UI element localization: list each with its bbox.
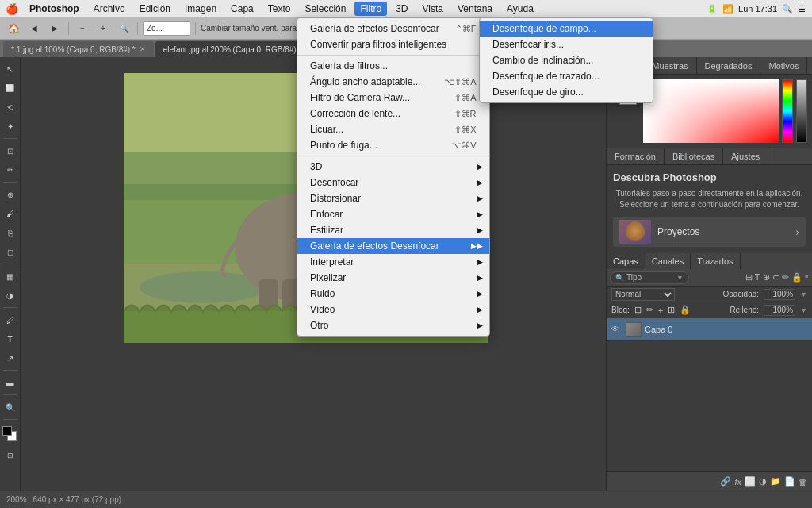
menu-video[interactable]: Vídeo: [297, 302, 489, 318]
tab-2[interactable]: elefant.jpg al 200% (Capa 0, RGB/8#) * ✕: [155, 41, 320, 57]
layers-icon2[interactable]: T: [755, 272, 760, 283]
submenu-giro[interactable]: Desenfoque de giro...: [480, 84, 653, 100]
lock-transparent-icon[interactable]: ⊡: [634, 305, 642, 315]
tab-ajustes[interactable]: Ajustes: [723, 148, 768, 164]
layers-icon6[interactable]: 🔒: [791, 272, 802, 283]
tool-zoom[interactable]: 🔍: [2, 398, 19, 416]
tool-brush[interactable]: 🖌: [2, 205, 19, 222]
blend-mode-select[interactable]: Normal: [611, 288, 675, 301]
menu-estilizar[interactable]: Estilizar: [297, 222, 489, 238]
tool-crop[interactable]: ⊡: [2, 142, 19, 160]
layers-dot-icon[interactable]: ●: [805, 272, 809, 283]
delete-layer-icon[interactable]: 🗑: [799, 477, 807, 487]
submenu-iris[interactable]: Desenfocar iris...: [480, 37, 653, 52]
menu-ruido[interactable]: Ruido: [297, 286, 489, 302]
menu-pixelizar[interactable]: Pixelizar: [297, 270, 489, 286]
menu-distorsionar[interactable]: Distorsionar: [297, 190, 489, 206]
menu-otro[interactable]: Otro: [297, 318, 489, 333]
menu-vista[interactable]: Vista: [416, 2, 448, 16]
menu-galeria-efectos[interactable]: Galería de efectos Desenfocar ⌃⌘F: [297, 21, 489, 37]
menu-interpretar[interactable]: Interpretar: [297, 254, 489, 270]
layers-icon3[interactable]: ⊕: [763, 272, 770, 283]
menu-convertir[interactable]: Convertir para filtros inteligentes: [297, 37, 489, 52]
link-layers-icon[interactable]: 🔗: [720, 476, 731, 487]
tab-1-close[interactable]: ✕: [140, 45, 146, 53]
home-icon[interactable]: 🏠: [5, 20, 22, 37]
opacity-dropdown-icon[interactable]: ▼: [800, 291, 807, 298]
menu-licuar[interactable]: Licuar... ⇧⌘X: [297, 121, 489, 137]
tool-lasso[interactable]: ⟲: [2, 98, 19, 116]
layers-icon4[interactable]: ⊂: [772, 272, 779, 283]
menu-3d[interactable]: 3D: [390, 2, 413, 16]
tool-pen[interactable]: 🖊: [2, 311, 19, 329]
menu-desenfocar[interactable]: Desenfocar: [297, 175, 489, 190]
tab-bibliotecas[interactable]: Bibliotecas: [665, 148, 723, 164]
color-fg-bg-swatches[interactable]: [2, 426, 18, 442]
submenu-campo[interactable]: Desenfoque de campo...: [480, 21, 653, 37]
tab-canales[interactable]: Canales: [645, 253, 691, 269]
zoom-out-icon[interactable]: −: [74, 20, 91, 37]
tool-eraser[interactable]: ◻: [2, 243, 19, 260]
layer-row-0[interactable]: 👁 Capa 0: [607, 318, 812, 341]
tool-text[interactable]: T: [2, 330, 19, 348]
add-mask-icon[interactable]: ⬜: [745, 476, 756, 487]
menu-galeria-desenfocar[interactable]: Galería de efectos Desenfocar ▶: [297, 238, 489, 254]
project-arrow-icon[interactable]: ›: [795, 225, 799, 238]
menu-filtro[interactable]: Filtro: [354, 2, 387, 16]
tool-clone[interactable]: ⎘: [2, 224, 19, 241]
tab-trazados[interactable]: Trazados: [691, 253, 740, 269]
tab-degradados[interactable]: Degradados: [697, 57, 761, 74]
tool-eyedropper[interactable]: ✏: [2, 161, 19, 179]
relleno-dropdown-icon[interactable]: ▼: [800, 306, 807, 314]
tool-path-select[interactable]: ↗: [2, 349, 19, 367]
tool-move[interactable]: ↖: [2, 60, 19, 78]
brightness-strip[interactable]: [796, 79, 807, 143]
menu-capa[interactable]: Capa: [225, 2, 259, 16]
tab-capas[interactable]: Capas: [607, 253, 645, 269]
history-forward-icon[interactable]: ▶: [46, 20, 63, 37]
lock-pixels-icon[interactable]: ✏: [646, 305, 653, 315]
new-group-icon[interactable]: 📁: [770, 476, 781, 487]
menu-camera-raw[interactable]: Filtro de Camera Raw... ⇧⌘A: [297, 90, 489, 106]
menu-ventana[interactable]: Ventana: [452, 2, 498, 16]
zoom-in-icon[interactable]: +: [94, 20, 112, 37]
submenu-trazado[interactable]: Desenfoque de trazado...: [480, 68, 653, 84]
menu-archivo[interactable]: Archivo: [88, 2, 131, 16]
opacity-input[interactable]: [764, 289, 795, 300]
lock-all-icon[interactable]: 🔒: [680, 305, 691, 315]
tool-select-rect[interactable]: ⬜: [2, 79, 19, 97]
layer-0-visibility[interactable]: 👁: [611, 324, 622, 335]
tool-heal[interactable]: ⊕: [2, 186, 19, 203]
tool-edit-mode[interactable]: ⊞: [2, 447, 19, 464]
lock-position-icon[interactable]: +: [658, 306, 663, 315]
new-layer-icon[interactable]: 📄: [784, 476, 795, 487]
menu-ayuda[interactable]: Ayuda: [501, 2, 539, 16]
apple-menu[interactable]: 🍎: [6, 3, 17, 14]
tool-shape[interactable]: ▬: [2, 374, 19, 391]
app-name-menu[interactable]: Photoshop: [24, 2, 85, 16]
tool-gradient[interactable]: ▦: [2, 267, 19, 285]
menu-imagen[interactable]: Imagen: [179, 2, 222, 16]
zoom-value-input[interactable]: Zo...: [143, 21, 190, 36]
color-spectrum[interactable]: [782, 79, 793, 143]
tab-motivos[interactable]: Motivos: [760, 57, 807, 74]
tool-dodge[interactable]: ◑: [2, 287, 19, 304]
layers-icon5[interactable]: ✏: [782, 272, 789, 283]
lock-artboard-icon[interactable]: ⊞: [668, 305, 675, 315]
fx-icon[interactable]: fx: [734, 477, 741, 487]
menubar-search[interactable]: 🔍: [782, 4, 793, 14]
menu-punto-fuga[interactable]: Punto de fuga... ⌥⌘V: [297, 137, 489, 153]
tool-magic-wand[interactable]: ✦: [2, 117, 19, 135]
menu-angulo-ancho[interactable]: Ángulo ancho adaptable... ⌥⇧⌘A: [297, 74, 489, 90]
history-back-icon[interactable]: ◀: [25, 20, 43, 37]
relleno-input[interactable]: [764, 305, 795, 316]
adjustments-icon[interactable]: ◑: [759, 476, 767, 487]
layers-icon1[interactable]: ⊞: [745, 272, 753, 283]
menu-galeria-filtros[interactable]: Galería de filtros...: [297, 58, 489, 74]
layers-search[interactable]: 🔍 Tipo ▼: [610, 271, 689, 284]
tab-formacion[interactable]: Formación: [607, 148, 665, 164]
menu-texto[interactable]: Texto: [262, 2, 297, 16]
menubar-notifications[interactable]: ☰: [798, 4, 806, 14]
submenu-inclinacion[interactable]: Cambio de inclinación...: [480, 52, 653, 68]
menu-3d[interactable]: 3D: [297, 159, 489, 175]
